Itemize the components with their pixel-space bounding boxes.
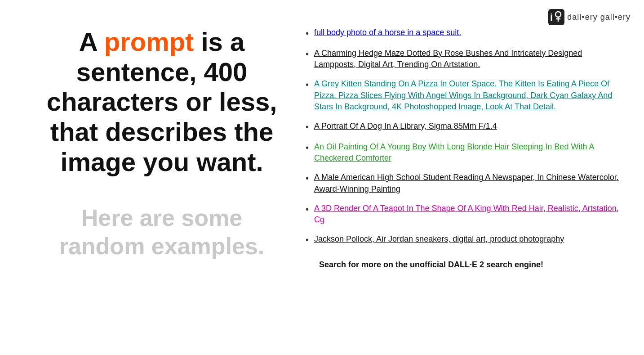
list-item: An Oil Painting Of A Young Boy With Long… [306, 141, 620, 164]
example-link-2[interactable]: A Charming Hedge Maze Dotted By Rose Bus… [314, 48, 620, 70]
subheading: Here are some random examples. [45, 204, 279, 260]
example-link-7[interactable]: A 3D Render Of A Teapot In The Shape Of … [314, 203, 620, 225]
list-item: full body photo of a horse in a space su… [306, 27, 620, 40]
example-link-4[interactable]: A Portrait Of A Dog In A Library, Sigma … [314, 121, 497, 132]
headline-before: A [79, 27, 104, 56]
list-item: A Male American High School Student Read… [306, 172, 620, 194]
search-footer: Search for more on the unofficial DALL·E… [306, 259, 620, 271]
left-column: A prompt is a sentence, 400 characters o… [45, 27, 279, 260]
list-item: A Charming Hedge Maze Dotted By Rose Bus… [306, 48, 620, 70]
logo-text: dall•ery gall•ery [567, 13, 631, 22]
list-item: A Portrait Of A Dog In A Library, Sigma … [306, 121, 620, 133]
list-item: A 3D Render Of A Teapot In The Shape Of … [306, 203, 620, 225]
example-link-6[interactable]: A Male American High School Student Read… [314, 172, 620, 194]
headline-accent: prompt [104, 27, 194, 56]
header: i dall•ery gall•ery [548, 9, 631, 25]
list-item: A Grey Kitten Standing On A Pizza In Out… [306, 78, 620, 112]
example-link-3[interactable]: A Grey Kitten Standing On A Pizza In Out… [314, 78, 620, 112]
logo-icon: i [548, 9, 564, 25]
headline: A prompt is a sentence, 400 characters o… [45, 27, 279, 177]
list-item: Jackson Pollock, Air Jordan sneakers, di… [306, 234, 620, 246]
example-link-8[interactable]: Jackson Pollock, Air Jordan sneakers, di… [314, 234, 564, 245]
search-footer-bold: Search for more on [319, 260, 395, 269]
examples-list: full body photo of a horse in a space su… [306, 27, 620, 246]
search-engine-link[interactable]: the unofficial DALL·E 2 search engine [395, 260, 541, 269]
example-link-1[interactable]: full body photo of a horse in a space su… [314, 27, 461, 38]
search-footer-exclaim: ! [541, 260, 543, 269]
right-column: full body photo of a horse in a space su… [306, 27, 620, 271]
svg-text:i: i [550, 12, 553, 23]
example-link-5[interactable]: An Oil Painting Of A Young Boy With Long… [314, 141, 620, 164]
